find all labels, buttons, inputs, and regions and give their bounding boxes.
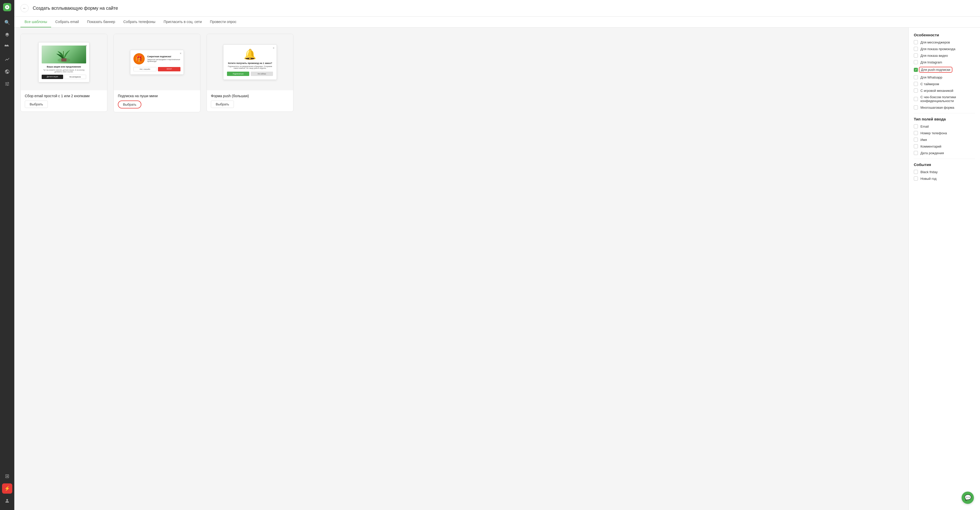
notification-icon[interactable]: ⚡ [2,483,12,494]
template-name-push-mini: Подписка на пуши мини [118,94,196,98]
checkbox-comment[interactable] [914,144,918,148]
preview-close-icon: × [85,44,87,48]
bell-icon: 🔔 [227,48,273,61]
gift-icon: 🎁 [134,53,145,64]
filter-label-email: Email [920,124,929,128]
push-mini-desc: Закрытые распродажи и персональные промо… [147,59,180,62]
template-name-push-large: Форма push (большая) [211,94,289,98]
filter-promo[interactable]: Для показа промокода [914,47,975,51]
checkbox-email[interactable] [914,124,918,128]
filter-phone[interactable]: Номер телефона [914,131,975,135]
exit-icon[interactable] [2,471,12,481]
checkbox-black-friday[interactable] [914,170,918,174]
checkbox-privacy[interactable] [914,97,918,101]
globe-icon[interactable] [2,67,12,77]
preview-form-title: Ваша акция или предложение [42,65,86,68]
tab-show-banner[interactable]: Показать баннер [83,17,119,27]
push-large-btn-subscribe: Подписаться [227,72,249,76]
checkbox-new-year[interactable] [914,177,918,180]
user-icon[interactable] [2,496,12,506]
push-mini-btn-yes: ХОЧУ! [158,67,180,71]
briefcase-icon[interactable] [2,42,12,52]
filter-email[interactable]: Email [914,124,975,128]
checkbox-promo[interactable] [914,47,918,51]
template-info-push-large: Форма push (большая) Выбрать [207,90,293,112]
filter-label-phone: Номер телефона [920,131,947,135]
push-mini-preview: × 🎁 Секретная подписка! Закрытые распрод… [130,50,184,75]
filter-label-game: С игровой механикой [920,89,953,92]
tab-all-templates[interactable]: Все шаблоны [21,17,51,27]
preview-btn-details: Детали акции [42,75,63,79]
svg-rect-1 [61,58,67,61]
push-mini-buttons: Нет, спасибо ХОЧУ! [134,67,180,71]
search-icon[interactable]: 🔍 [2,18,12,28]
filter-timer[interactable]: С таймером [914,82,975,86]
filter-comment[interactable]: Комментарий [914,144,975,148]
filter-label-new-year: Новый год [920,177,937,180]
filter-name[interactable]: Имя [914,138,975,142]
tab-invite-social[interactable]: Пригласить в соц. сети [159,17,206,27]
checkbox-name[interactable] [914,138,918,142]
preview-form-desc: Тут вы можете описать детали акции. А на… [42,69,86,73]
filter-label-video: Для показа видео [920,54,948,57]
checkbox-birthday[interactable] [914,151,918,155]
checkbox-messengers[interactable] [914,40,918,44]
select-button-push-large[interactable]: Выбрать [211,100,234,108]
filter-messengers[interactable]: Для мессенджеров [914,40,975,44]
tab-survey[interactable]: Провести опрос [206,17,240,27]
template-preview-push-large: × 🔔 Хотите получить промокод на 1 заказ?… [207,34,293,90]
template-card-push-large: × 🔔 Хотите получить промокод на 1 заказ?… [207,34,293,112]
filter-label-black-friday: Black friday [920,170,937,174]
layers-icon[interactable] [2,30,12,40]
filter-label-push: Для push-подписки [919,67,952,73]
back-button[interactable]: ← [21,4,29,12]
filter-divider-1 [914,113,975,113]
tab-collect-email[interactable]: Собрать email [51,17,83,27]
checkbox-game[interactable] [914,89,918,92]
chat-button[interactable]: 💬 [962,492,974,504]
filter-section-title-2: Тип полей ввода [914,117,975,121]
plant-image [42,46,86,64]
page-title: Создать всплывающую форму на сайте [33,6,118,11]
sidebar-logo[interactable] [3,3,11,11]
filter-game[interactable]: С игровой механикой [914,89,975,92]
filter-label-promo: Для показа промокода [920,47,955,51]
filter-label-messengers: Для мессенджеров [920,40,950,44]
filter-video[interactable]: Для показа видео [914,53,975,57]
template-card-email: × Ваша акция или предложение [21,34,107,112]
checkbox-whatsapp[interactable] [914,75,918,79]
push-mini-content: 🎁 Секретная подписка! Закрытые распродаж… [134,53,180,64]
template-preview-push-mini: × 🎁 Секретная подписка! Закрытые распрод… [114,34,200,90]
filter-label-whatsapp: Для Whatsapp [920,75,942,79]
chart-icon[interactable] [2,54,12,64]
push-large-preview: × 🔔 Хотите получить промокод на 1 заказ?… [223,45,277,80]
push-mini-text: Секретная подписка! Закрытые распродажи … [147,55,180,62]
push-large-btn-later: Не сейчас [251,72,273,76]
sidebar-bottom: ⚡ [2,470,12,507]
template-info-email: Сбор email простой с 1 или 2 кнопками Вы… [21,90,107,112]
filter-push[interactable]: Для push-подписки [914,67,975,73]
filter-multistep[interactable]: Многошаговая форма [914,105,975,110]
filter-label-instagram: Для Instagram [920,61,942,64]
checkbox-video[interactable] [914,53,918,57]
checkbox-multistep[interactable] [914,105,918,110]
checkbox-timer[interactable] [914,82,918,86]
checkbox-push[interactable] [914,68,918,72]
email-form-preview: × Ваша акция или предложение [38,42,89,82]
preview-form-buttons: Детали акции Не интересно [42,75,86,79]
filter-black-friday[interactable]: Black friday [914,170,975,174]
filter-new-year[interactable]: Новый год [914,177,975,180]
select-button-push-mini[interactable]: Выбрать [118,100,142,108]
filter-privacy[interactable]: С чек-боксом политики конфиденциальности [914,95,975,103]
template-preview-email: × Ваша акция или предложение [21,34,107,90]
filter-whatsapp[interactable]: Для Whatsapp [914,75,975,79]
checkbox-instagram[interactable] [914,60,918,64]
tab-collect-phones[interactable]: Собрать телефоны [119,17,159,27]
filter-birthday[interactable]: Дата рождения [914,151,975,155]
filter-instagram[interactable]: Для Instagram [914,60,975,64]
select-button-email[interactable]: Выбрать [25,100,48,108]
adjust-icon[interactable] [2,79,12,89]
push-large-buttons: Подписаться Не сейчас [227,72,273,76]
content-area: × Ваша акция или предложение [14,28,980,510]
checkbox-phone[interactable] [914,131,918,135]
